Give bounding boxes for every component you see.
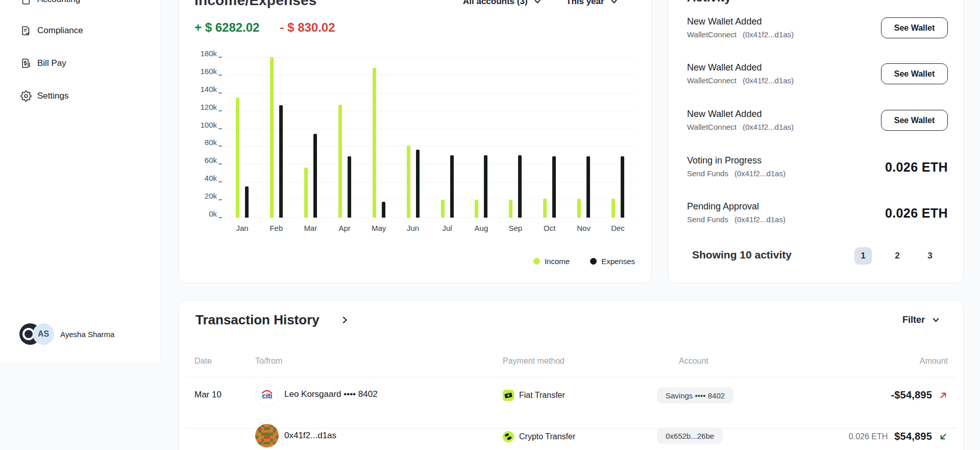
sidebar-item-compliance[interactable]: Compliance	[20, 25, 83, 36]
gridline	[225, 218, 635, 218]
bar-expenses-mar	[313, 134, 317, 218]
activity-card: Activity New Wallet Added WalletConnect …	[668, 0, 964, 283]
activity-app: WalletConnect	[687, 123, 737, 131]
bill-pay-icon	[20, 58, 32, 69]
wallet-address: (0x41f2...d1as)	[734, 169, 786, 178]
eth-amount: 0.026 ETH	[885, 160, 948, 175]
gridline	[225, 146, 635, 147]
pagination-page-1[interactable]: 1	[854, 247, 872, 265]
activity-item: New Wallet Added WalletConnect (0x41f2..…	[687, 109, 948, 131]
tx-amount: $54,895	[894, 431, 932, 442]
x-axis-label: Sep	[503, 224, 528, 232]
bar-income-nov	[577, 199, 581, 218]
bar-expenses-oct	[552, 156, 556, 218]
bar-expenses-jun	[416, 150, 420, 218]
y-axis-tick	[218, 199, 222, 200]
tx-amount-crypto: 0.026 ETH	[849, 432, 888, 441]
income-expenses-title: Income/Expenses	[194, 0, 317, 9]
tx-amount: -$54,895	[891, 389, 932, 401]
sidebar-item-label: Bill Pay	[37, 58, 66, 68]
filter-label: Filter	[902, 315, 925, 325]
incoming-arrow-icon	[939, 432, 948, 441]
activity-app: Send Funds	[687, 215, 728, 224]
gridline	[225, 164, 635, 164]
sidebar-item-bill-pay[interactable]: Bill Pay	[20, 58, 66, 69]
bar-income-oct	[543, 199, 547, 218]
see-wallet-button[interactable]: See Wallet	[881, 110, 948, 131]
eth-amount: 0.026 ETH	[885, 206, 948, 221]
column-header-payment-method: Payment method	[503, 357, 565, 366]
chevron-down-icon	[534, 0, 541, 5]
sidebar-item-settings[interactable]: Settings	[20, 90, 68, 102]
gridline	[225, 182, 635, 182]
tx-amount-group: -$54,895	[891, 389, 948, 401]
column-header-amount: Amount	[920, 357, 948, 366]
chevron-down-icon	[610, 0, 618, 5]
pagination-page-2[interactable]: 2	[889, 247, 906, 265]
column-header-account: Account	[679, 357, 708, 366]
income-dot	[533, 258, 540, 265]
y-axis-tick-label: 140k	[192, 84, 217, 94]
y-axis-tick-label: 100k	[192, 120, 217, 130]
legend-income: Income	[533, 257, 570, 266]
expenses-dot	[590, 258, 597, 265]
activity-app: WalletConnect	[687, 30, 737, 39]
bar-income-jan	[236, 98, 239, 218]
tx-counterparty: Leo Korsgaard •••• 8402	[284, 389, 378, 399]
user-profile[interactable]: AS Ayesha Sharma	[19, 323, 114, 345]
bar-income-aug	[475, 200, 478, 218]
activity-item: New Wallet Added WalletConnect (0x41f2..…	[687, 62, 948, 85]
user-name: Ayesha Sharma	[60, 330, 114, 339]
tx-payment-method: Crypto Transfer	[519, 432, 575, 441]
x-axis-label: Aug	[469, 224, 494, 232]
outgoing-arrow-icon	[939, 391, 948, 400]
column-header-tofrom: To/from	[255, 357, 282, 366]
bar-income-sep	[509, 200, 512, 218]
fiat-transfer-icon	[503, 390, 514, 401]
see-wallet-button[interactable]: See Wallet	[881, 17, 948, 38]
gridline	[225, 93, 635, 93]
y-axis-tick	[218, 163, 222, 164]
x-axis-label: Mar	[298, 224, 323, 232]
bar-expenses-sep	[518, 155, 522, 218]
activity-footer: Showing 10 activity	[692, 249, 792, 261]
sidebar-item-accounting[interactable]: Accounting	[20, 0, 80, 5]
bar-income-jun	[407, 146, 410, 218]
bar-expenses-aug	[484, 155, 487, 218]
dashboard-page: Accounting Compliance Bill Pay Settings …	[0, 0, 980, 450]
y-axis-tick	[218, 181, 222, 182]
wallet-address: (0x41f2...d1as)	[734, 215, 786, 224]
column-header-date: Date	[194, 357, 212, 366]
period-dropdown[interactable]: This year	[566, 0, 618, 7]
chart-legend: Income Expenses	[533, 257, 635, 266]
x-axis-label: Nov	[571, 224, 597, 232]
bar-expenses-jan	[245, 186, 249, 218]
y-axis-tick-label: 0k	[192, 209, 217, 219]
pagination-page-3[interactable]: 3	[921, 247, 939, 265]
x-axis-label: Oct	[537, 224, 562, 232]
see-wallet-button[interactable]: See Wallet	[881, 63, 948, 84]
filter-dropdown[interactable]: Filter	[902, 315, 940, 325]
sidebar: Accounting Compliance Bill Pay Settings …	[0, 0, 161, 362]
y-axis-tick-label: 20k	[192, 191, 217, 201]
sidebar-item-label: Accounting	[37, 0, 80, 5]
identicon-avatar	[255, 424, 279, 447]
y-axis-tick-label: 40k	[192, 173, 217, 183]
avatar: AS	[33, 323, 54, 345]
income-total: + $ 6282.02	[194, 20, 259, 35]
bar-expenses-may	[382, 202, 385, 218]
tx-payment-method: Fiat Transfer	[519, 391, 565, 400]
x-axis-label: Jan	[230, 224, 255, 232]
bar-expenses-dec	[621, 156, 624, 218]
totals-row: + $ 6282.02 - $ 830.02	[194, 20, 335, 35]
bar-income-apr	[338, 105, 342, 218]
accounts-dropdown[interactable]: All accounts (3)	[463, 0, 541, 7]
chevron-right-icon[interactable]	[341, 316, 349, 324]
y-axis-tick	[218, 146, 222, 147]
gridline	[225, 111, 635, 111]
income-expenses-card: Income/Expenses + $ 6282.02 - $ 830.02 A…	[178, 0, 652, 283]
sidebar-item-label: Compliance	[37, 26, 83, 36]
x-axis-label: Jul	[434, 224, 460, 232]
y-axis-tick-label: 80k	[192, 137, 217, 148]
y-axis-tick	[218, 57, 222, 58]
